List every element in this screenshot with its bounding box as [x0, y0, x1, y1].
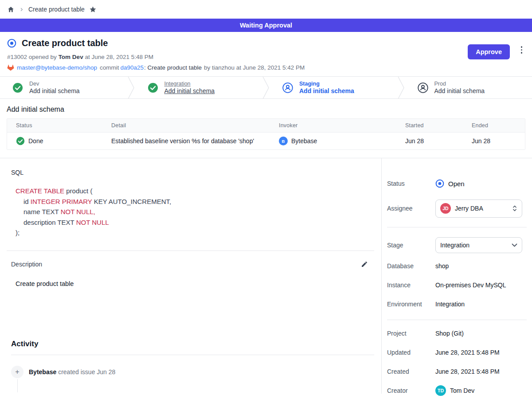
- chevron-right-icon: [19, 7, 24, 12]
- project-row: Project Shop (Git): [387, 324, 527, 343]
- updown-chevron-icon: [512, 205, 517, 212]
- instance-label: Instance: [387, 282, 435, 289]
- stage-env-label: Dev: [29, 81, 80, 87]
- git-commit-meta: by tianzhou at June 28, 2021 5:42 PM: [204, 64, 305, 71]
- star-icon[interactable]: [89, 6, 97, 13]
- stage-env-label: Staging: [299, 81, 354, 87]
- sql-line: id INTEGER PRIMARY KEY AUTO_INCREMENT,: [16, 196, 374, 207]
- task-table: Status Detail Invoker Started Ended Done…: [7, 118, 525, 150]
- activity-actor: Bytebase: [29, 368, 56, 376]
- description-text: Create product table: [16, 280, 374, 287]
- instance-value[interactable]: On-premises Dev MySQL: [435, 282, 527, 289]
- issue-header: Create product table #13002 opened by To…: [0, 32, 532, 76]
- project-label: Project: [387, 330, 435, 337]
- issue-sidebar: Status Open Assignee JD Jerry DBA: [381, 158, 532, 394]
- stage-value: Integration: [440, 242, 469, 249]
- gitlab-icon: [7, 64, 14, 71]
- description-label: Description: [11, 261, 42, 268]
- sql-label: SQL: [11, 169, 374, 176]
- waiting-approval-banner: Waiting Approval: [0, 19, 532, 32]
- stage-env-label[interactable]: Integration: [164, 81, 215, 87]
- stage-row: Stage Integration: [387, 234, 527, 256]
- pending-person-icon: [418, 82, 428, 93]
- task-detail: Established baseline version %s for data…: [102, 137, 270, 145]
- home-icon[interactable]: [7, 6, 15, 13]
- breadcrumb: Create product table: [0, 0, 532, 19]
- chevron-down-icon: [512, 243, 517, 247]
- check-circle-icon: [16, 137, 25, 145]
- main-panel: SQL CREATE TABLE product ( id INTEGER PR…: [0, 158, 381, 394]
- task-ended: Jun 28: [463, 137, 525, 145]
- stage-separator: [127, 77, 135, 98]
- git-branch-link[interactable]: master@bytebase-demo/shop: [17, 64, 97, 71]
- assignee-avatar: JD: [440, 203, 451, 214]
- creator-label: Creator: [387, 387, 435, 394]
- divider: [11, 355, 374, 355]
- task-section: Add initial schema Status Detail Invoker…: [0, 106, 532, 158]
- stage-task-link[interactable]: Add initial schema: [299, 87, 354, 94]
- stage-prod[interactable]: Prod Add initial schema: [405, 77, 532, 98]
- updated-value: June 28, 2021 5:48 PM: [435, 349, 527, 356]
- activity-action: created issue Jun 28: [58, 368, 115, 376]
- pending-approval-person-icon: [282, 82, 293, 93]
- activity-heading: Activity: [11, 340, 374, 348]
- assignee-name: Jerry DBA: [455, 205, 483, 212]
- created-value: June 28, 2021 5:48 PM: [435, 368, 527, 375]
- sql-code-block: CREATE TABLE product ( id INTEGER PRIMAR…: [16, 186, 374, 238]
- banner-text: Waiting Approval: [240, 22, 292, 29]
- assignee-select[interactable]: JD Jerry DBA: [435, 200, 522, 218]
- divider: [7, 250, 374, 251]
- project-value[interactable]: Shop (Git): [435, 330, 527, 337]
- stage-separator: [262, 77, 270, 98]
- more-actions-kebab-icon[interactable]: [521, 46, 523, 54]
- stage-staging[interactable]: Staging Add initial schema: [270, 77, 397, 98]
- task-section-heading: Add initial schema: [7, 106, 525, 113]
- git-commit-label: commit: [100, 64, 119, 71]
- task-table-header: Status Detail Invoker Started Ended: [7, 119, 525, 133]
- status-label: Status: [387, 180, 435, 187]
- environment-value[interactable]: Integration: [435, 301, 527, 308]
- database-value[interactable]: shop: [435, 262, 527, 270]
- column-detail: Detail: [102, 122, 270, 129]
- stage-select[interactable]: Integration: [435, 237, 522, 253]
- issue-open-icon: [7, 39, 16, 48]
- timeline-connector: [17, 379, 18, 392]
- stage-task-link[interactable]: Add initial schema: [434, 87, 485, 94]
- list-item: + Bytebase created issue Jun 28: [11, 366, 374, 378]
- sql-line: CREATE TABLE product (: [16, 187, 92, 195]
- status-open-icon: [435, 179, 444, 188]
- stage-env-label: Prod: [434, 81, 485, 87]
- table-row[interactable]: Done Established baseline version %s for…: [7, 133, 525, 149]
- check-circle-icon: [12, 82, 23, 93]
- approve-button[interactable]: Approve: [468, 44, 510, 59]
- sql-line: description TEXT NOT NULL: [16, 217, 374, 228]
- bytebase-avatar: B: [279, 137, 288, 145]
- stage-dev[interactable]: Dev Add initial schema: [0, 77, 127, 98]
- creator-avatar: TD: [435, 385, 446, 396]
- breadcrumb-page-title[interactable]: Create product table: [28, 6, 85, 13]
- issue-meta: #13002 opened by Tom Dev at June 28, 202…: [7, 54, 525, 60]
- issue-opened-at: at June 28, 2021 5:48 PM: [85, 54, 153, 60]
- sql-line: name TEXT NOT NULL,: [16, 207, 374, 217]
- updated-label: Updated: [387, 349, 435, 356]
- environment-label: Environment: [387, 301, 435, 308]
- created-label: Created: [387, 368, 435, 375]
- content-split: SQL CREATE TABLE product ( id INTEGER PR…: [0, 158, 532, 394]
- stage-task-link[interactable]: Add initial schema: [164, 87, 215, 94]
- git-commit-message: : Create product table: [144, 64, 202, 71]
- stage-integration[interactable]: Integration Add initial schema: [135, 77, 262, 98]
- task-started: Jun 28: [396, 137, 463, 145]
- git-commit-hash-link[interactable]: da90a25: [121, 64, 144, 71]
- pipeline-stage-bar: Dev Add initial schema Integration Add i…: [0, 76, 532, 99]
- stage-label: Stage: [387, 242, 435, 249]
- divider: [387, 227, 527, 227]
- issue-author: Tom Dev: [59, 54, 83, 60]
- edit-pencil-icon[interactable]: [361, 261, 368, 268]
- stage-task-link[interactable]: Add initial schema: [29, 87, 80, 94]
- column-status: Status: [7, 122, 102, 129]
- column-started: Started: [396, 122, 463, 129]
- instance-row: Instance On-premises Dev MySQL: [387, 275, 527, 294]
- updated-row: Updated June 28, 2021 5:48 PM: [387, 343, 527, 362]
- plus-icon: +: [11, 366, 23, 378]
- creator-name: Tom Dev: [450, 387, 474, 394]
